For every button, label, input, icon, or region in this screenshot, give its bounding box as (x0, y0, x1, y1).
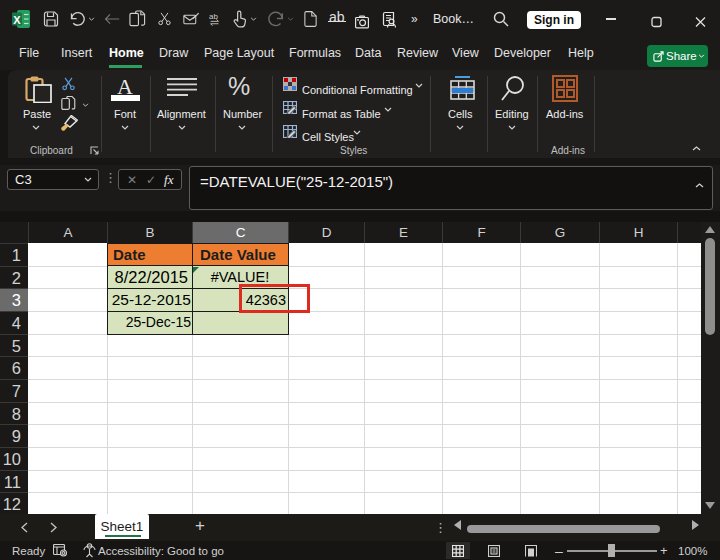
svg-text:X: X (13, 14, 21, 26)
